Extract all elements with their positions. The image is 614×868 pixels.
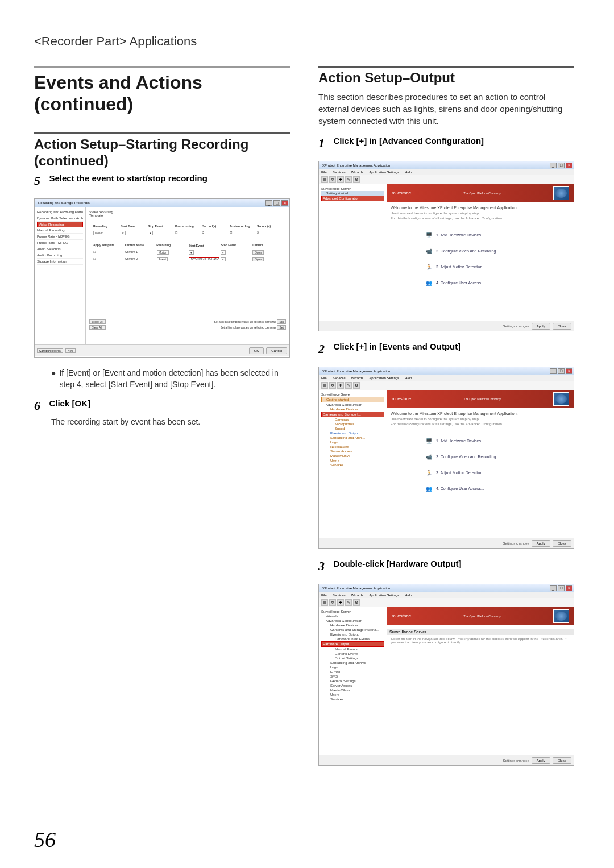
- tree-item[interactable]: Microphones: [321, 422, 384, 426]
- close-button[interactable]: Close: [553, 540, 571, 547]
- menu-wizards[interactable]: Wizards: [351, 171, 364, 174]
- apply-button[interactable]: Apply: [532, 323, 550, 330]
- tree-item[interactable]: General Settings: [321, 679, 384, 683]
- start-event-dropdown[interactable]: ▾: [121, 231, 126, 235]
- close-button[interactable]: Close: [553, 757, 571, 764]
- menu-services[interactable]: Services: [333, 376, 346, 380]
- minimize-icon[interactable]: _: [265, 200, 272, 206]
- toolbar-icon[interactable]: ✚: [337, 599, 344, 606]
- menu-appsettings[interactable]: Application Settings: [369, 593, 399, 597]
- tree-item[interactable]: Generic Events: [321, 651, 384, 656]
- new-button[interactable]: New: [65, 348, 76, 353]
- toolbar-icon[interactable]: ▤: [321, 382, 328, 389]
- wizard-motion[interactable]: 🏃3. Adjust Motion Detection...: [425, 263, 570, 271]
- menu-services[interactable]: Services: [333, 171, 346, 174]
- menu-file[interactable]: File: [321, 376, 327, 380]
- tree-item-cameras-storage[interactable]: Cameras and Storage I...: [321, 412, 384, 417]
- tree-item-getting-started[interactable]: Getting started: [321, 191, 384, 196]
- apply-button[interactable]: Apply: [532, 540, 550, 547]
- post-check[interactable]: ☑: [229, 230, 255, 236]
- tree-item[interactable]: Advanced Configuration: [321, 402, 384, 407]
- tree-item[interactable]: Master/Slave: [321, 688, 384, 692]
- close-button[interactable]: Close: [553, 323, 571, 330]
- wizard-add-hardware[interactable]: 🖥️1. Add Hardware Devices...: [425, 437, 570, 445]
- stop-event-dropdown[interactable]: ▾: [148, 231, 153, 235]
- tree-item[interactable]: Notifications: [321, 445, 384, 449]
- tree-item[interactable]: Scheduling and Archi...: [321, 435, 384, 440]
- menu-appsettings[interactable]: Application Settings: [369, 171, 399, 174]
- tree-item-hardware-output[interactable]: Hardware Output: [321, 641, 384, 647]
- tree-item[interactable]: Server Access: [321, 449, 384, 454]
- set-button[interactable]: Set: [277, 319, 286, 324]
- sidebar-item[interactable]: Frame Rate - MJPEG: [37, 234, 83, 240]
- menu-file[interactable]: File: [321, 593, 327, 597]
- tree-item[interactable]: Hardware Devices: [321, 407, 384, 412]
- toolbar-icon[interactable]: ✎: [345, 599, 352, 606]
- tree-item[interactable]: Master/Slave: [321, 454, 384, 458]
- menu-help[interactable]: Help: [405, 171, 412, 174]
- tree-item[interactable]: Hardware Devices: [321, 623, 384, 628]
- sidebar-item[interactable]: Frame Rate - MPEG: [37, 240, 83, 246]
- open-button[interactable]: Open: [252, 250, 264, 255]
- toolbar-icon[interactable]: ▤: [321, 176, 328, 183]
- toolbar-icon[interactable]: ⚙: [353, 382, 360, 389]
- close-icon[interactable]: ×: [566, 585, 572, 591]
- toolbar-icon[interactable]: ↻: [329, 176, 336, 183]
- maximize-icon[interactable]: □: [273, 200, 280, 206]
- set-button[interactable]: Set: [277, 325, 286, 330]
- tree-item[interactable]: E-mail: [321, 670, 384, 674]
- tree-item[interactable]: Logs: [321, 665, 384, 670]
- wizard-add-hardware[interactable]: 🖥️1. Add Hardware Devices...: [425, 231, 570, 239]
- clear-all-button[interactable]: Clear All: [89, 325, 106, 330]
- tree-item-advanced-config[interactable]: Advanced Configuration: [321, 196, 384, 201]
- sidebar-item[interactable]: Storage Information: [37, 259, 83, 265]
- wizard-configure-video[interactable]: 📹2. Configure Video and Recording...: [425, 453, 570, 461]
- tree-item[interactable]: Surveillance Server: [321, 392, 384, 397]
- toolbar-icon[interactable]: ⚙: [353, 176, 360, 183]
- toolbar-icon[interactable]: ↻: [329, 382, 336, 389]
- tree-item[interactable]: Logs: [321, 440, 384, 445]
- toolbar-icon[interactable]: ▤: [321, 599, 328, 606]
- tree-item[interactable]: Advanced Configuration: [321, 618, 384, 623]
- apply-button[interactable]: Apply: [532, 757, 550, 764]
- menu-help[interactable]: Help: [405, 376, 412, 380]
- start-dropdown[interactable]: ▾: [189, 250, 194, 255]
- stop-dropdown[interactable]: ▾: [221, 257, 226, 261]
- tree-item[interactable]: SMS: [321, 674, 384, 679]
- menu-file[interactable]: File: [321, 171, 327, 174]
- tree-item[interactable]: Cameras: [321, 417, 384, 422]
- configure-events-dropdown[interactable]: Configure events: [37, 348, 63, 353]
- tree-item[interactable]: Manual Events: [321, 647, 384, 651]
- menu-services[interactable]: Services: [333, 593, 346, 597]
- tree-item[interactable]: Surveillance Server: [321, 609, 384, 614]
- tree-item[interactable]: Users: [321, 458, 384, 463]
- sidebar-item[interactable]: Recording and Archiving Paths: [37, 209, 83, 215]
- toolbar-icon[interactable]: ✎: [345, 382, 352, 389]
- wizard-configure-video[interactable]: 📹2. Configure Video and Recording...: [425, 247, 570, 255]
- tree-item[interactable]: Services: [321, 463, 384, 467]
- sidebar-item[interactable]: Manual Recording: [37, 227, 83, 234]
- tree-item[interactable]: Wizards: [321, 614, 384, 618]
- tree-item[interactable]: Server Access: [321, 683, 384, 688]
- menu-wizards[interactable]: Wizards: [351, 593, 364, 597]
- apply-check[interactable]: ☐: [93, 250, 123, 255]
- tree-item[interactable]: Output Settings: [321, 656, 384, 661]
- start-dropdown[interactable]: JVC-NVR-HL10/HA1-BREAK: [189, 257, 219, 261]
- open-button[interactable]: Open: [252, 257, 264, 261]
- close-icon[interactable]: ×: [281, 200, 288, 206]
- pre-check[interactable]: ☐: [175, 230, 201, 236]
- tree-item[interactable]: Surveillance Server: [321, 186, 384, 191]
- wizard-motion[interactable]: 🏃3. Adjust Motion Detection...: [425, 469, 570, 477]
- menu-wizards[interactable]: Wizards: [351, 376, 364, 380]
- cancel-button[interactable]: Cancel: [266, 347, 287, 354]
- tree-item[interactable]: Scheduling and Archive: [321, 661, 384, 665]
- menu-appsettings[interactable]: Application Settings: [369, 376, 399, 380]
- toolbar-icon[interactable]: ✚: [337, 176, 344, 183]
- tree-item[interactable]: Events and Output: [321, 632, 384, 637]
- minimize-icon[interactable]: _: [550, 163, 557, 168]
- ok-button[interactable]: OK: [249, 347, 264, 354]
- maximize-icon[interactable]: □: [558, 368, 565, 374]
- wizard-user-access[interactable]: 👥4. Configure User Access...: [425, 485, 570, 493]
- rec-dropdown[interactable]: Motion: [157, 250, 169, 255]
- close-icon[interactable]: ×: [566, 163, 572, 168]
